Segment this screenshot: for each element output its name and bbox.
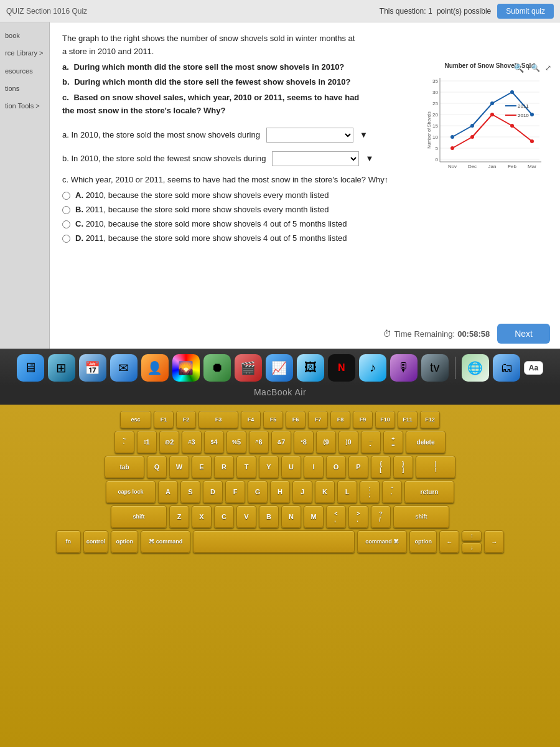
key-j[interactable]: J (292, 481, 312, 503)
key-option-l[interactable]: option (111, 530, 138, 553)
key-w[interactable]: W (169, 456, 189, 478)
key-0[interactable]: )0 (338, 431, 358, 453)
dock-stocks[interactable]: 📈 (266, 354, 293, 382)
key-f6[interactable]: F6 (286, 411, 306, 428)
key-quote[interactable]: "' (382, 481, 402, 503)
key-p[interactable]: P (348, 456, 368, 478)
mc-option-a[interactable]: A. 2010, because the store sold more sho… (62, 190, 548, 200)
key-e[interactable]: E (192, 456, 212, 478)
key-return[interactable]: return (404, 481, 454, 503)
sidebar-item-resources[interactable]: esources (0, 63, 49, 79)
key-f1[interactable]: F1 (154, 411, 174, 428)
key-f2[interactable]: F2 (176, 411, 196, 428)
dock-photos[interactable]: 🌄 (172, 354, 200, 382)
sidebar-item-tions[interactable]: tions (0, 80, 49, 96)
key-period[interactable]: >. (348, 505, 368, 528)
key-rshift[interactable]: shift (393, 505, 449, 528)
key-f8[interactable]: F8 (330, 411, 350, 428)
key-slash[interactable]: ?/ (371, 505, 391, 528)
key-f4[interactable]: F4 (241, 411, 261, 428)
key-u[interactable]: U (281, 456, 301, 478)
key-7[interactable]: &7 (271, 431, 291, 453)
key-f9[interactable]: F9 (353, 411, 373, 428)
key-f5[interactable]: F5 (263, 411, 283, 428)
key-f11[interactable]: F11 (398, 411, 418, 428)
key-6[interactable]: ^6 (249, 431, 269, 453)
key-delete[interactable]: delete (406, 431, 446, 453)
dock-podcasts[interactable]: 🎙 (390, 354, 418, 382)
key-arrow-left[interactable]: ← (439, 530, 459, 553)
key-k[interactable]: K (315, 481, 335, 503)
key-g[interactable]: G (248, 481, 268, 503)
key-m[interactable]: M (304, 505, 324, 528)
key-f10[interactable]: F10 (375, 411, 395, 428)
dock-mail[interactable]: ✉ (110, 354, 138, 382)
key-r[interactable]: R (214, 456, 234, 478)
key-ctrl[interactable]: control (83, 530, 109, 553)
key-arrow-down[interactable]: ↓ (462, 542, 482, 553)
dock-netflix[interactable]: N (328, 354, 355, 382)
key-backtick[interactable]: ~` (114, 431, 134, 453)
search-icon[interactable]: 🔍 (511, 61, 525, 75)
key-arrow-up[interactable]: ↑ (462, 530, 482, 541)
dock-music[interactable]: ♪ (359, 354, 386, 382)
key-comma[interactable]: <, (326, 505, 346, 528)
key-tab[interactable]: tab (105, 456, 144, 478)
key-t[interactable]: T (236, 456, 256, 478)
next-button[interactable]: Next (497, 324, 550, 344)
key-f[interactable]: F (225, 481, 245, 503)
key-y[interactable]: Y (259, 456, 279, 478)
key-5[interactable]: %5 (226, 431, 246, 453)
key-s[interactable]: S (180, 481, 200, 503)
answer-a-select[interactable]: November December January February March (266, 128, 353, 143)
key-lbracket[interactable]: {[ (371, 456, 391, 478)
key-f7[interactable]: F7 (308, 411, 328, 428)
mc-option-d[interactable]: D. 2011, because the store sold more sho… (62, 233, 548, 243)
key-capslock[interactable]: caps lock (106, 481, 156, 503)
key-c[interactable]: C (214, 505, 234, 528)
sidebar-item-tools[interactable]: tion Tools > (0, 98, 49, 114)
key-2[interactable]: @2 (159, 431, 179, 453)
dock-app9[interactable]: 🖼 (297, 354, 324, 382)
key-option-r[interactable]: option (409, 530, 437, 553)
key-a[interactable]: A (158, 481, 178, 503)
radio-d[interactable] (62, 235, 70, 243)
key-minus[interactable]: _- (361, 431, 381, 453)
radio-b[interactable] (62, 206, 70, 214)
key-i[interactable]: I (304, 456, 324, 478)
answer-b-select[interactable]: November December January February March (272, 151, 359, 166)
mc-option-b[interactable]: B. 2011, because the store sold more sho… (62, 205, 548, 214)
key-b[interactable]: B (259, 505, 279, 528)
key-backslash[interactable]: |\ (416, 456, 455, 478)
dock-app7[interactable]: 🎬 (235, 354, 262, 382)
key-o[interactable]: O (326, 456, 346, 478)
key-f3[interactable]: F3 (198, 411, 238, 428)
key-lshift[interactable]: shift (111, 505, 167, 528)
radio-c[interactable] (62, 220, 70, 228)
key-n[interactable]: N (281, 505, 301, 528)
dock-finder[interactable]: 🖥 (17, 354, 44, 382)
key-arrow-right[interactable]: → (484, 530, 504, 553)
key-esc[interactable]: esc (120, 411, 151, 428)
key-command-r[interactable]: command ⌘ (357, 530, 407, 553)
key-4[interactable]: $4 (204, 431, 224, 453)
key-semicolon[interactable]: :; (360, 481, 380, 503)
key-3[interactable]: #3 (182, 431, 202, 453)
key-space[interactable] (193, 530, 355, 553)
key-h[interactable]: H (270, 481, 290, 503)
key-f12[interactable]: F12 (420, 411, 440, 428)
dock-contacts[interactable]: 👤 (141, 354, 169, 382)
expand-icon[interactable]: ⤢ (541, 61, 555, 75)
dock-aa-text[interactable]: Aa (524, 361, 543, 375)
sidebar-item-library[interactable]: rce Library > (0, 45, 49, 61)
dock-calendar[interactable]: 📅 (79, 354, 106, 382)
key-q[interactable]: Q (147, 456, 167, 478)
dock-safari[interactable]: 🌐 (462, 354, 489, 382)
dock-launchpad[interactable]: ⊞ (48, 354, 75, 382)
key-1[interactable]: !1 (137, 431, 157, 453)
submit-quiz-button[interactable]: Submit quiz (497, 4, 554, 19)
key-v[interactable]: V (236, 505, 256, 528)
key-9[interactable]: (9 (316, 431, 336, 453)
key-rbracket[interactable]: }] (393, 456, 413, 478)
key-z[interactable]: Z (169, 505, 189, 528)
